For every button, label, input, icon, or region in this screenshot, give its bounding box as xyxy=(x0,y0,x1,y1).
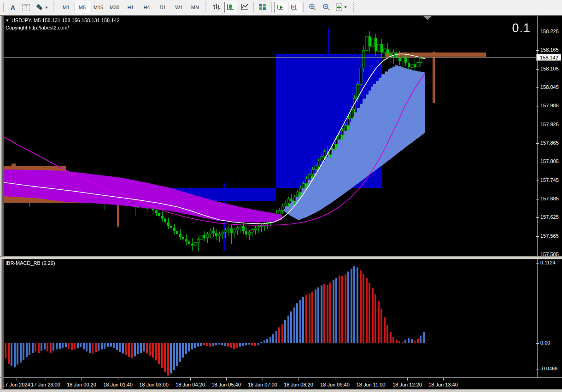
time-axis-tick xyxy=(17,378,17,380)
time-axis-border xyxy=(0,377,562,378)
indicator-name-label: IBR-MACD_RB (9,26) xyxy=(6,260,55,266)
toolbar-drag-handle[interactable] xyxy=(53,2,56,12)
symbol-ohlc-text: USDJPY.,M5 158.131 158.156 158.131 158.1… xyxy=(12,18,120,23)
shapes-icon xyxy=(35,4,44,11)
time-axis-label: 17 Jun 2024 xyxy=(2,382,30,387)
time-axis-tick xyxy=(299,378,299,380)
time-axis-label: 18 Jun 03:00 xyxy=(139,382,169,387)
timeframe-button-h4[interactable]: H4 xyxy=(139,2,154,13)
time-axis-label: 18 Jun 13:40 xyxy=(428,382,458,387)
axis-tick xyxy=(536,143,539,144)
auto-scroll-button[interactable] xyxy=(274,2,287,13)
time-axis-tick xyxy=(190,378,191,380)
price-axis-label: 157.865 xyxy=(540,140,559,146)
text-label-tool-button[interactable]: T xyxy=(20,2,32,13)
bar-chart-button[interactable] xyxy=(211,2,223,13)
time-axis-tick xyxy=(263,378,263,380)
price-axis-label: 157.805 xyxy=(540,158,559,164)
axis-tick xyxy=(536,236,539,237)
panel-splitter[interactable] xyxy=(0,256,562,259)
price-axis-label: 157.925 xyxy=(540,122,559,127)
bar-chart-icon xyxy=(213,3,221,12)
window-edge-bottom xyxy=(0,389,562,392)
price-axis-label: 158.165 xyxy=(540,47,559,53)
time-axis-label: 18 Jun 01:40 xyxy=(103,382,133,387)
tile-windows-button[interactable] xyxy=(256,2,269,13)
symbol-direction-icon: ▼ xyxy=(6,18,9,23)
chart-shift-icon xyxy=(290,3,299,12)
timeframe-button-m30[interactable]: M30 xyxy=(107,2,122,13)
axis-tick xyxy=(536,217,539,218)
shapes-tool-button[interactable]: ▼ xyxy=(33,2,51,13)
timeframe-button-d1[interactable]: D1 xyxy=(155,2,170,13)
time-axis-tick xyxy=(407,378,408,380)
time-axis-label: 17 Jun 23:00 xyxy=(31,382,60,387)
axis-tick xyxy=(536,343,539,344)
candlestick-button[interactable] xyxy=(224,2,237,13)
toolbar-drag-handle[interactable] xyxy=(205,2,208,12)
clipped-toolbar-icon xyxy=(0,3,4,12)
zoom-in-button[interactable] xyxy=(306,2,319,13)
price-axis-label: 158.045 xyxy=(540,84,559,90)
axis-tick xyxy=(536,369,539,369)
symbol-info-line: ▼ USDJPY.,M5 158.131 158.156 158.131 158… xyxy=(6,18,120,23)
dropdown-caret-icon: ▼ xyxy=(45,6,48,10)
time-axis-tick xyxy=(154,378,154,380)
font-icon: A xyxy=(11,4,15,11)
axis-tick xyxy=(536,125,539,125)
axis-tick xyxy=(536,32,539,32)
price-chart-canvas[interactable] xyxy=(4,15,536,256)
line-chart-button[interactable] xyxy=(238,2,251,13)
candlestick-icon xyxy=(227,3,235,12)
timeframe-button-mn[interactable]: MN xyxy=(187,2,203,13)
toolbar: A T ▼ M1M5M15M30H1H4D1W1MN xyxy=(0,0,562,15)
axis-tick xyxy=(536,106,539,106)
time-axis-tick xyxy=(118,378,118,380)
axis-tick xyxy=(536,263,539,263)
time-axis-label: 18 Jun 09:40 xyxy=(320,382,350,387)
time-axis-label: 18 Jun 11:00 xyxy=(357,382,386,387)
price-axis-label: 158.225 xyxy=(540,29,559,34)
axis-tick xyxy=(536,88,539,88)
timeframe-button-w1[interactable]: W1 xyxy=(171,2,187,13)
time-axis-label: 18 Jun 12:20 xyxy=(392,382,422,387)
zoom-out-icon xyxy=(322,3,330,12)
chart-tools-group xyxy=(210,2,357,13)
toolbar-drag-handle[interactable] xyxy=(353,2,355,12)
current-price-box: 158.142 xyxy=(536,54,561,61)
axis-tick xyxy=(536,162,539,162)
chart-border xyxy=(0,15,562,16)
font-tool-button[interactable]: A xyxy=(7,2,19,13)
toolbar-separator xyxy=(271,2,272,12)
toolbar-separator xyxy=(253,2,254,12)
axis-tick xyxy=(536,199,539,199)
add-indicator-icon xyxy=(336,3,348,12)
indicator-axis-label: -0.0469 xyxy=(540,366,557,371)
lot-size-label: 0.1 xyxy=(470,21,531,35)
time-axis[interactable]: 17 Jun 202417 Jun 23:0018 Jun 00:2018 Ju… xyxy=(1,378,562,389)
zoom-out-button[interactable] xyxy=(320,2,333,13)
price-axis-label: 157.745 xyxy=(540,177,559,183)
timeframe-button-m15[interactable]: M15 xyxy=(91,2,106,13)
axis-tick xyxy=(536,181,539,181)
zoom-in-icon xyxy=(308,3,316,12)
timeframe-button-h1[interactable]: H1 xyxy=(123,2,138,13)
time-axis-label: 18 Jun 05:40 xyxy=(211,382,241,387)
add-indicator-button[interactable] xyxy=(334,2,350,13)
price-axis-label: 157.565 xyxy=(540,233,559,239)
timeframe-group: M1M5M15M30H1H4D1W1MN xyxy=(58,2,203,13)
time-axis-label: 18 Jun 04:20 xyxy=(176,382,205,387)
timeframe-button-m5[interactable]: M5 xyxy=(75,2,90,13)
window-edge-left xyxy=(0,15,4,389)
time-axis-tick xyxy=(443,378,444,380)
macd-indicator-canvas[interactable] xyxy=(4,259,536,377)
toolbar-separator xyxy=(303,2,304,12)
axis-tick xyxy=(536,255,539,255)
time-axis-label: 18 Jun 08:20 xyxy=(284,382,313,387)
time-axis-tick xyxy=(46,378,46,380)
indicator-axis-label: 0.00 xyxy=(540,340,550,345)
timeframe-button-m1[interactable]: M1 xyxy=(59,2,74,13)
chart-shift-button[interactable] xyxy=(288,2,301,13)
price-axis[interactable]: 158.225158.165158.105158.045157.985157.9… xyxy=(536,15,562,377)
price-axis-label: 158.105 xyxy=(540,66,559,71)
